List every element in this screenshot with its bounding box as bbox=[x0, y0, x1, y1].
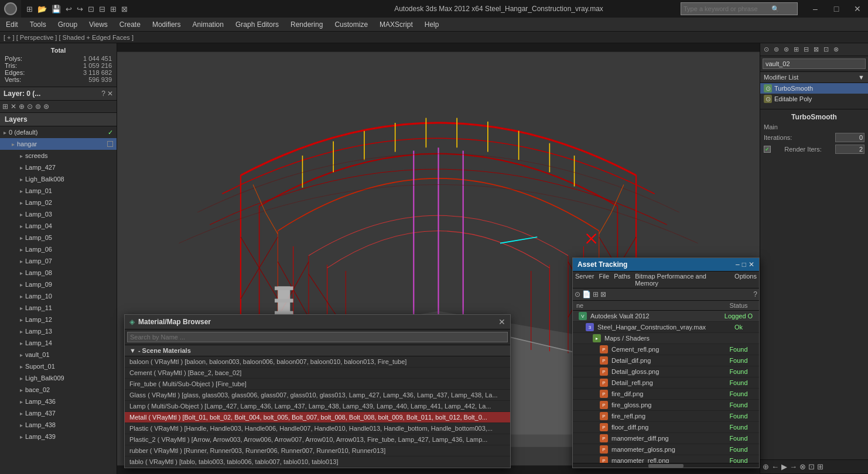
menubar-item-tools[interactable]: Tools bbox=[24, 18, 52, 32]
menubar-item-maxscript[interactable]: MAXScript bbox=[374, 18, 419, 32]
rp-icon1[interactable]: ⊙ bbox=[762, 45, 771, 54]
modifier-item[interactable]: ⊙ TurboSmooth bbox=[760, 83, 868, 94]
modifier-item[interactable]: ⊙ Editable Poly bbox=[760, 94, 868, 104]
search-box[interactable]: 🔍 bbox=[681, 2, 798, 15]
redo-icon[interactable]: ↪ bbox=[75, 5, 85, 13]
search-icon[interactable]: 🔍 bbox=[771, 5, 780, 13]
menubar-item-help[interactable]: Help bbox=[419, 18, 445, 32]
layer-item[interactable]: ▸Suport_01 bbox=[0, 360, 117, 372]
layer-eye-icon[interactable]: ▸ bbox=[20, 410, 23, 417]
layer-eye-icon[interactable]: ▸ bbox=[20, 363, 23, 370]
at-maximize-button[interactable]: □ bbox=[742, 260, 746, 269]
material-browser-close[interactable]: ✕ bbox=[498, 317, 505, 327]
layer-item[interactable]: ▸Lamp_04 bbox=[0, 220, 117, 232]
at-toolbar-help[interactable]: ? bbox=[753, 290, 757, 298]
material-item[interactable]: Metall ( VRayMtl ) [Bolt_01, bolt_02, Bo… bbox=[125, 412, 510, 423]
nav-zoom-icon[interactable]: ⊡ bbox=[808, 462, 815, 471]
menubar-item-rendering[interactable]: Rendering bbox=[285, 18, 329, 32]
render-iters-checkbox[interactable]: ✓ bbox=[764, 146, 771, 153]
layer-eye-icon[interactable]: ▸ bbox=[20, 270, 23, 276]
at-close-button[interactable]: ✕ bbox=[749, 260, 754, 269]
at-toolbar-icon3[interactable]: ⊞ bbox=[593, 290, 599, 298]
layer-eye-icon[interactable]: ▸ bbox=[20, 176, 23, 183]
menubar-item-customize[interactable]: Customize bbox=[329, 18, 374, 32]
nav-prev-icon[interactable]: ← bbox=[771, 462, 779, 471]
nav-first-icon[interactable]: ⊕ bbox=[763, 462, 769, 471]
layer-item[interactable]: ▸screeds bbox=[0, 150, 117, 162]
layer-item[interactable]: ▸Lamp_07 bbox=[0, 255, 117, 267]
at-list-item[interactable]: 3 Steel_Hangar_Construction_vray.max Ok bbox=[573, 322, 759, 333]
layer-eye-icon[interactable]: ▸ bbox=[20, 293, 23, 300]
material-item[interactable]: Plastic_2 ( VRayMtl ) [Arrow, Arrow003, … bbox=[125, 434, 510, 445]
at-menu-item[interactable]: Options bbox=[734, 273, 757, 287]
at-toolbar-icon2[interactable]: 📄 bbox=[582, 290, 591, 298]
layers-help-button[interactable]: ? bbox=[101, 90, 105, 98]
layer-item[interactable]: ▸Lamp_437 bbox=[0, 407, 117, 419]
iterations-input[interactable] bbox=[835, 133, 864, 142]
layer-eye-icon[interactable]: ▸ bbox=[20, 258, 23, 265]
at-list-item[interactable]: P Detail_dif.png Found bbox=[573, 355, 759, 366]
layer-eye-icon[interactable]: ▸ bbox=[20, 328, 23, 335]
layers-list[interactable]: ▸0 (default)✓▸hangar▸screeds▸Lamp_427▸Li… bbox=[0, 126, 117, 474]
layer-settings-icon[interactable]: ⊛ bbox=[43, 102, 49, 111]
layer-item[interactable]: ▸Lamp_438 bbox=[0, 419, 117, 431]
layer-eye-icon[interactable]: ▸ bbox=[20, 235, 23, 241]
new-icon[interactable]: ⊞ bbox=[25, 5, 35, 13]
toolbar-icon2[interactable]: ⊟ bbox=[97, 5, 107, 13]
at-list-item[interactable]: ▸ Maps / Shaders bbox=[573, 333, 759, 344]
toolbar-icon4[interactable]: ⊠ bbox=[119, 5, 129, 13]
layer-eye-icon[interactable]: ▸ bbox=[20, 153, 23, 159]
nav-last-icon[interactable]: ⊗ bbox=[799, 462, 806, 471]
material-item[interactable]: Glass ( VRayMtl ) [glass, glass003, glas… bbox=[125, 390, 510, 401]
at-minimize-button[interactable]: – bbox=[736, 260, 740, 269]
material-item[interactable]: Fire_tube ( Multi/Sub-Object ) [Fire_tub… bbox=[125, 379, 510, 390]
menubar-item-group[interactable]: Group bbox=[52, 18, 83, 32]
layer-eye-icon[interactable]: ▸ bbox=[20, 188, 23, 194]
layer-eye-icon[interactable]: ▸ bbox=[20, 281, 23, 288]
material-item[interactable]: Cement ( VRayMtl ) [Bace_2, bace_02] bbox=[125, 367, 510, 379]
object-name-input[interactable] bbox=[763, 59, 866, 69]
layer-eye-icon[interactable]: ▸ bbox=[20, 352, 23, 358]
layer-item[interactable]: ▸vault_01 bbox=[0, 349, 117, 360]
layers-close-button[interactable]: ✕ bbox=[107, 90, 113, 98]
nav-pan-icon[interactable]: ⊞ bbox=[817, 462, 823, 471]
menubar-item-edit[interactable]: Edit bbox=[0, 18, 24, 32]
layer-item[interactable]: ▸Lamp_439 bbox=[0, 431, 117, 442]
at-menu-item[interactable]: Server bbox=[575, 273, 594, 287]
layer-item[interactable]: ▸0 (default)✓ bbox=[0, 126, 117, 138]
rp-icon6[interactable]: ⊠ bbox=[812, 45, 821, 54]
at-menu-item[interactable]: Bitmap Performance and Memory bbox=[635, 273, 730, 287]
toolbar-icon1[interactable]: ⊡ bbox=[86, 5, 96, 13]
material-item[interactable]: rubber ( VRayMtl ) [Runner, Runner003, R… bbox=[125, 445, 510, 456]
layer-eye-icon[interactable]: ▸ bbox=[4, 129, 6, 136]
material-item[interactable]: tablo ( VRayMtl ) [tablo, tablo003, tabl… bbox=[125, 456, 510, 468]
layer-eye-icon[interactable]: ▸ bbox=[20, 164, 23, 171]
search-input[interactable] bbox=[684, 5, 771, 12]
layer-eye-icon[interactable]: ▸ bbox=[20, 305, 23, 311]
layer-highlight-icon[interactable]: ⊚ bbox=[35, 102, 41, 111]
nav-next-icon[interactable]: → bbox=[790, 462, 797, 471]
undo-icon[interactable]: ↩ bbox=[64, 5, 74, 13]
layer-item[interactable]: ▸Lamp_427 bbox=[0, 162, 117, 173]
layer-item[interactable]: ▸Lamp_03 bbox=[0, 208, 117, 220]
material-item[interactable]: Plastic ( VRayMtl ) [Handle, Handle003, … bbox=[125, 423, 510, 434]
layer-item[interactable]: ▸Lamp_05 bbox=[0, 232, 117, 243]
nav-play-icon[interactable]: ▶ bbox=[781, 462, 787, 471]
close-button[interactable]: ✕ bbox=[847, 0, 868, 18]
layer-eye-icon[interactable]: ▸ bbox=[20, 317, 23, 323]
material-browser-search-input[interactable] bbox=[127, 332, 508, 342]
at-menu-item[interactable]: File bbox=[599, 273, 609, 287]
layer-item[interactable]: ▸Lamp_01 bbox=[0, 185, 117, 197]
layer-item[interactable]: ▸Lamp_13 bbox=[0, 325, 117, 337]
layer-item[interactable]: ▸Lamp_11 bbox=[0, 302, 117, 314]
rp-icon2[interactable]: ⊚ bbox=[772, 45, 781, 54]
material-item[interactable]: baloon ( VRayMtl ) [baloon, baloon003, b… bbox=[125, 356, 510, 367]
menubar-item-animation[interactable]: Animation bbox=[187, 18, 230, 32]
layer-eye-icon[interactable]: ▸ bbox=[20, 375, 23, 382]
layer-item[interactable]: ▸Lamp_12 bbox=[0, 314, 117, 325]
layer-item[interactable]: ▸Lamp_14 bbox=[0, 337, 117, 349]
at-toolbar-icon1[interactable]: ⊙ bbox=[575, 290, 580, 298]
layer-item[interactable]: ▸Lamp_06 bbox=[0, 243, 117, 255]
menubar-item-graph-editors[interactable]: Graph Editors bbox=[230, 18, 285, 32]
open-icon[interactable]: 📂 bbox=[36, 5, 49, 13]
